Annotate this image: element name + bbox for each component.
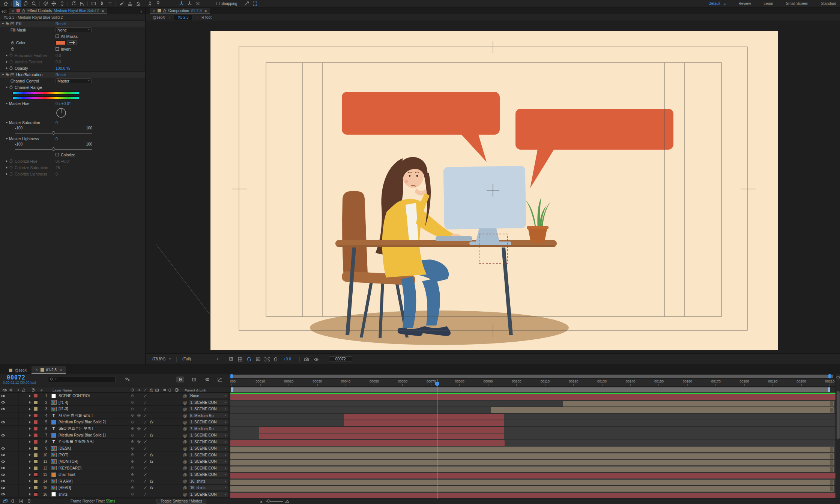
shy-switch[interactable] [129, 491, 135, 498]
lock-column-icon[interactable] [22, 387, 26, 393]
region-button[interactable] [263, 356, 271, 362]
colorize-hue-value[interactable]: 0x +0.0° [56, 159, 70, 164]
eyedropper-icon[interactable] [67, 40, 77, 45]
label-color-chip[interactable] [33, 484, 38, 491]
pickwhip-icon[interactable]: @ [182, 432, 188, 439]
show-snapshot-button[interactable] [313, 356, 320, 362]
audio-switch[interactable] [6, 419, 12, 426]
panel-menu-icon[interactable]: ≡ [102, 9, 104, 13]
lock-icon[interactable] [163, 9, 167, 13]
twirl-icon[interactable] [28, 445, 32, 452]
lock-switch[interactable] [19, 471, 25, 478]
collapse-switch[interactable] [135, 406, 142, 412]
reset-link[interactable]: Reset [56, 72, 66, 77]
quality-switch[interactable] [142, 458, 148, 465]
pickwhip-icon[interactable]: @ [182, 478, 188, 485]
layer-row-9[interactable]: 9 [DESK] @ 1. SCENE CON˅ [0, 445, 230, 452]
solo-switch[interactable] [13, 439, 19, 446]
video-switch[interactable] [0, 432, 6, 439]
parent-dropdown[interactable]: 1. SCENE CON˅ [188, 445, 228, 452]
pan-camera-tool[interactable] [50, 0, 58, 7]
layer-duration-bar[interactable] [230, 447, 834, 452]
twirl-icon[interactable] [28, 412, 32, 419]
rectangle-tool[interactable] [89, 0, 98, 7]
mini-flowchart-icon[interactable] [124, 376, 131, 382]
adj-button[interactable] [272, 356, 280, 362]
effects-switch[interactable] [148, 399, 155, 406]
collapse-switch[interactable] [135, 465, 142, 472]
lock-switch[interactable] [19, 432, 25, 439]
label-color-chip[interactable] [33, 471, 38, 478]
project-tab-stub[interactable]: ect [0, 9, 9, 14]
pickwhip-icon[interactable]: @ [182, 484, 188, 491]
horizontal-feather-value[interactable]: 0.0 [56, 53, 61, 58]
magnification-dropdown[interactable]: (78.8%)▾ [150, 356, 173, 362]
layer-name[interactable]: [KEYBOARD] [59, 465, 128, 472]
effects-switch[interactable]: fx [148, 419, 155, 426]
timeline-vertical-scrollbar[interactable] [835, 374, 840, 499]
collapse-switch[interactable] [135, 478, 142, 485]
graph-editor-toggle[interactable] [216, 376, 224, 382]
layer-name[interactable]: [DESK] [59, 445, 128, 452]
collapse-switch[interactable] [135, 432, 142, 439]
quality-switch[interactable] [142, 465, 148, 472]
solo-switch[interactable] [13, 471, 19, 478]
solo-switch[interactable] [13, 452, 19, 459]
shy-switch[interactable] [129, 393, 135, 399]
layer-row-3[interactable]: 3 [#1-3] @ 1. SCENE CON˅ [0, 406, 230, 412]
master-saturation-value[interactable]: 0 [56, 120, 58, 125]
lock-switch[interactable] [19, 419, 25, 426]
current-frame-box[interactable]: 00072 [329, 356, 352, 362]
workspace-standard[interactable]: Standard [821, 2, 836, 6]
solo-switch[interactable] [13, 412, 19, 419]
brush-tool[interactable] [117, 0, 126, 7]
shy-switch[interactable] [129, 445, 135, 452]
shy-switch[interactable] [129, 412, 135, 419]
current-frame-display[interactable]: 00072 [7, 374, 26, 381]
quality-switch[interactable] [142, 452, 148, 459]
solo-switch[interactable] [13, 432, 19, 439]
extend-viewer-tool[interactable] [242, 0, 251, 7]
zoom-tool[interactable] [30, 0, 38, 7]
layer-row-13[interactable]: 13 chair front @ 1. SCENE CON˅ [0, 471, 230, 478]
roto-brush-tool[interactable] [146, 0, 154, 7]
layer-row-16[interactable]: 16 shirts @ 1. SCENE CON˅ [0, 491, 230, 498]
transparency-grid-button[interactable] [236, 356, 244, 362]
timeline-search-input[interactable]: ▾ [48, 376, 116, 382]
label-color-chip[interactable] [33, 393, 38, 399]
collapse-switch[interactable] [135, 412, 142, 419]
solo-switch[interactable] [13, 393, 19, 399]
video-switch[interactable] [0, 452, 6, 459]
audio-switch[interactable] [6, 412, 12, 419]
eraser-tool[interactable] [134, 0, 142, 7]
quality-switch[interactable] [142, 426, 148, 432]
audio-switch[interactable] [6, 458, 12, 465]
layer-row-15[interactable]: 15 [HEAD] fx @ 16. shirts˅ [0, 484, 230, 491]
quality-switch[interactable] [142, 484, 148, 491]
layer-duration-bar[interactable] [259, 427, 504, 433]
property-slider[interactable] [0, 147, 145, 152]
pan-behind-tool[interactable] [78, 0, 86, 7]
axis-local-tool[interactable] [177, 0, 185, 7]
pickwhip-icon[interactable]: @ [182, 393, 188, 399]
parent-dropdown[interactable]: 1. SCENE CON˅ [188, 406, 228, 412]
hide-shy-layers-toggle[interactable] [176, 376, 184, 382]
audio-switch[interactable] [6, 465, 12, 472]
layer-duration-bar[interactable] [491, 407, 834, 413]
audio-column-icon[interactable] [9, 387, 14, 393]
layer-name[interactable]: 새로운 최적화 필요 ! [59, 412, 128, 419]
lock-switch[interactable] [19, 484, 25, 491]
quality-switch[interactable] [142, 478, 148, 485]
layer-name[interactable]: shirts [59, 491, 128, 498]
effects-switch[interactable] [148, 412, 155, 419]
snapshot-button[interactable] [303, 356, 310, 362]
colorize-checkbox[interactable] [56, 153, 59, 156]
parent-dropdown[interactable]: 1. SCENE CON˅ [188, 458, 228, 465]
lock-switch[interactable] [19, 393, 25, 399]
audio-switch[interactable] [6, 393, 12, 399]
parent-dropdown[interactable]: 5. Medium Ro˅ [188, 412, 228, 419]
shy-switch[interactable] [129, 478, 135, 485]
shy-switch[interactable] [129, 458, 135, 465]
opacity-value[interactable]: 100.0 % [56, 66, 70, 70]
collapse-switch[interactable] [135, 399, 142, 406]
